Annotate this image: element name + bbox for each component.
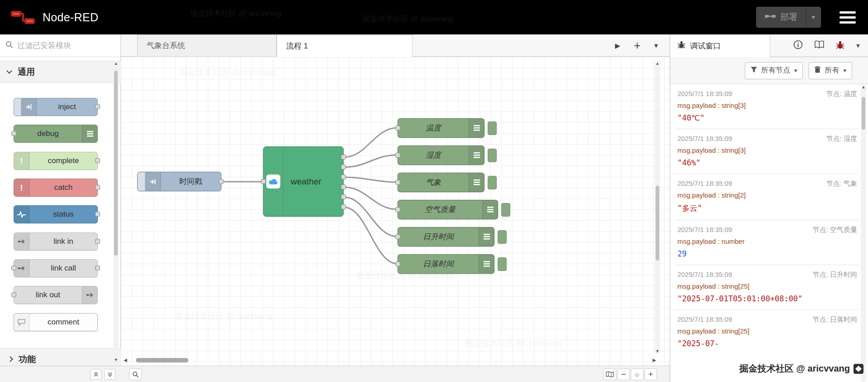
message-meta[interactable]: msg.payload : string[2]: [677, 191, 857, 199]
input-port[interactable]: [395, 126, 400, 131]
scroll-down-arrow[interactable]: ▼: [113, 357, 119, 363]
message-meta[interactable]: msg.payload : string[3]: [677, 146, 857, 154]
palette-node-link-out[interactable]: link out: [14, 286, 98, 304]
scroll-up-arrow[interactable]: ▲: [655, 61, 660, 66]
input-port[interactable]: [11, 266, 16, 271]
palette-node-catch[interactable]: ! catch: [14, 179, 98, 197]
palette-node-complete[interactable]: ! complete: [14, 152, 98, 170]
expand-all-button[interactable]: [104, 369, 115, 380]
input-port[interactable]: [261, 179, 266, 184]
palette-search-input[interactable]: [17, 41, 103, 50]
flow-node-debug-sunset[interactable]: 日落时间: [398, 254, 494, 274]
palette-node-link-in[interactable]: link in: [14, 232, 98, 251]
debug-toggle-button[interactable]: [498, 230, 507, 244]
flow-node-debug-sunrise[interactable]: 日升时间: [398, 227, 494, 247]
flow-node-debug-temperature[interactable]: 温度: [398, 118, 484, 138]
zoom-reset-button[interactable]: ○: [631, 368, 643, 380]
debug-tab[interactable]: 调试窗口: [670, 34, 770, 57]
watermark-faint: 掘金技术社区 @ aricvvang: [362, 14, 453, 24]
collapse-all-button[interactable]: [90, 369, 101, 380]
message-meta[interactable]: msg.payload : string[25]: [677, 327, 857, 335]
scroll-right-arrow[interactable]: ▶: [652, 358, 656, 363]
debug-scrollbar[interactable]: ▲: [861, 84, 866, 382]
debug-toggle-button[interactable]: [488, 176, 497, 189]
tab-scroll-right-icon[interactable]: ▶: [615, 42, 620, 50]
flow-tab-weather-system[interactable]: 气象台系统: [137, 34, 277, 57]
output-port[interactable]: [95, 185, 100, 190]
flow-list-caret-button[interactable]: ▾: [654, 41, 658, 50]
input-port[interactable]: [11, 292, 16, 297]
message-timestamp: 2025/7/1 18:35:09: [677, 315, 732, 324]
clear-messages-button[interactable]: 所有 ▾: [809, 62, 852, 79]
flow-node-debug-air-quality[interactable]: 空气质量: [398, 200, 498, 219]
palette-node-comment[interactable]: comment: [14, 313, 98, 331]
output-port-1[interactable]: [341, 155, 346, 160]
flow-node-debug-weather[interactable]: 气象: [398, 173, 484, 192]
input-port[interactable]: [395, 153, 400, 158]
message-meta[interactable]: msg.payload : string[25]: [677, 282, 857, 290]
node-label: 温度: [398, 123, 469, 133]
output-port-4[interactable]: [341, 184, 346, 189]
output-port-5[interactable]: [341, 194, 346, 199]
output-port[interactable]: [219, 179, 224, 184]
palette-scrollbar-thumb[interactable]: [114, 71, 118, 256]
palette-search: [0, 34, 120, 57]
output-port[interactable]: [95, 266, 100, 271]
debug-bug-icon-button[interactable]: [836, 40, 844, 51]
info-icon-button[interactable]: [793, 40, 803, 51]
add-flow-button[interactable]: +: [634, 39, 641, 53]
output-port[interactable]: [95, 158, 100, 163]
canvas-hscrollbar[interactable]: ◀ ▶: [124, 357, 656, 363]
palette-node-debug[interactable]: debug: [14, 125, 98, 143]
help-book-icon-button[interactable]: [815, 40, 824, 51]
output-port-3[interactable]: [341, 174, 346, 179]
zoom-in-button[interactable]: +: [644, 368, 657, 380]
deploy-button[interactable]: 部署 ▾: [756, 7, 821, 28]
output-port[interactable]: [95, 239, 100, 244]
scroll-up-arrow[interactable]: ▲: [113, 61, 119, 66]
flow-node-debug-humidity[interactable]: 湿度: [398, 145, 484, 165]
canvas-search-button[interactable]: [129, 368, 142, 380]
main-menu-button[interactable]: [839, 11, 856, 24]
canvas-vscrollbar[interactable]: ▲ ▼: [655, 61, 660, 354]
deploy-options-caret[interactable]: ▾: [806, 7, 820, 27]
canvas-hscrollbar-thumb[interactable]: [136, 358, 188, 363]
palette-category-common[interactable]: 通用: [0, 61, 121, 83]
debug-toggle-button[interactable]: [488, 121, 497, 135]
palette-scrollbar[interactable]: ▲ ▼: [113, 61, 119, 363]
flow-tab-flow1[interactable]: 流程 1: [277, 34, 412, 57]
scroll-up-arrow[interactable]: ▲: [861, 84, 866, 90]
palette-node-status[interactable]: status: [14, 205, 98, 223]
input-port[interactable]: [395, 234, 400, 239]
message-meta[interactable]: msg.payload : number: [677, 237, 857, 245]
input-port[interactable]: [11, 131, 16, 136]
debug-toggle-button[interactable]: [498, 257, 507, 271]
scroll-down-arrow[interactable]: ▼: [655, 348, 660, 354]
filter-nodes-button[interactable]: 所有节点 ▾: [745, 62, 803, 79]
flow-node-timestamp-inject[interactable]: 时间戳: [137, 172, 221, 191]
inject-trigger-button[interactable]: [138, 172, 145, 191]
output-port-6[interactable]: [341, 204, 346, 209]
scroll-left-arrow[interactable]: ◀: [124, 358, 127, 363]
palette-node-link-call[interactable]: link call: [14, 259, 98, 277]
message-value: "40℃": [677, 113, 857, 122]
flow-canvas[interactable]: 掘金技术社区 @ aricvvang 掘金技术社区 @ aricvvang 掘金…: [121, 57, 670, 366]
output-port-2[interactable]: [341, 164, 346, 169]
navigator-button[interactable]: [604, 368, 616, 380]
input-port[interactable]: [395, 261, 400, 266]
debug-toggle-button[interactable]: [501, 203, 510, 217]
message-value: "多云": [677, 203, 857, 213]
debug-toggle-button[interactable]: [488, 149, 497, 162]
output-port[interactable]: [95, 212, 100, 217]
debug-scrollbar-thumb[interactable]: [862, 97, 865, 130]
node-label: 空气质量: [398, 204, 482, 215]
sidebar-menu-caret-button[interactable]: ▾: [856, 41, 860, 50]
palette-node-inject[interactable]: inject: [14, 98, 98, 116]
canvas-vscrollbar-thumb[interactable]: [656, 186, 659, 261]
message-meta[interactable]: msg.payload : string[3]: [677, 102, 857, 109]
input-port[interactable]: [395, 207, 400, 212]
flow-node-weather[interactable]: weather: [263, 146, 344, 217]
input-port[interactable]: [395, 180, 400, 185]
zoom-out-button[interactable]: −: [617, 368, 630, 380]
output-port[interactable]: [95, 104, 100, 109]
